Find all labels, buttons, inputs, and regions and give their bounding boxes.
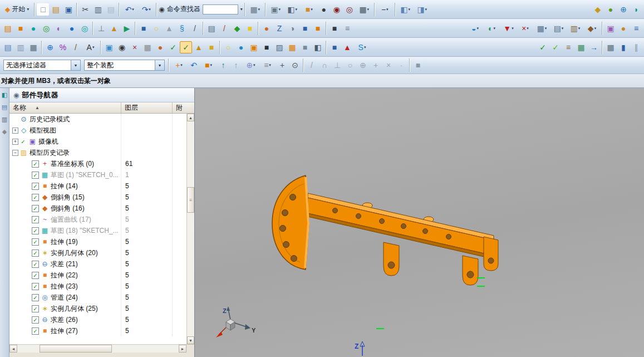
layer-move-button[interactable]: ▦ [27,41,40,53]
human-button[interactable]: ▲ [193,41,205,53]
clip-section-button[interactable]: ∥ [630,41,642,53]
column-header-extra[interactable]: 附 [173,102,194,113]
tree-row[interactable]: ■ 拉伸 (27) 5 [9,325,194,336]
shaded-view-button[interactable]: ● [318,3,330,16]
snap-center-button[interactable]: ⊕ [357,59,369,71]
horizontal-scroll-track[interactable] [17,345,179,353]
model-part[interactable] [272,175,498,285]
true-shading-button[interactable]: ● [235,41,247,53]
column-header-name[interactable]: 名称 ▲ [9,102,121,113]
vertical-scroll-track[interactable]: ≡ [187,121,194,336]
tree-row[interactable]: ■ 拉伸 (14) 5 [9,180,194,192]
macro-button[interactable]: ● [617,22,630,35]
reuse-library-icon[interactable]: ◆ [1,128,9,136]
tree-row[interactable]: ■ 拉伸 (22) 5 [9,270,194,281]
up-direction-button[interactable]: ↑ [230,59,242,71]
scroll-right-icon[interactable]: ► [179,345,186,353]
add-component-button[interactable]: ⊕ [617,3,630,16]
expander-icon[interactable] [24,317,31,323]
move-face-button[interactable]: ● [260,22,273,35]
expander-icon[interactable] [24,261,31,267]
tree-row[interactable]: ⊙ 历史记录模式 [9,114,194,125]
assembly-structure-button[interactable]: ▦ [356,3,372,16]
expander-icon[interactable] [24,306,31,312]
snap-perpendicular-button[interactable]: ⊥ [331,59,343,71]
text-style-button[interactable]: A [82,41,99,53]
visual-effects-button[interactable]: ● [604,3,617,16]
analysis-grid-button[interactable]: ▦ [575,41,587,53]
scroll-left-icon[interactable]: ◄ [9,345,17,353]
expander-icon[interactable] [24,283,31,290]
feature-checkbox[interactable] [32,194,39,201]
combo-arrow-icon[interactable]: ▼ [155,60,165,71]
previous-selection-button[interactable]: ↶ [188,59,200,71]
orientation-triad[interactable]: Z Y [216,306,256,338]
tree-row[interactable]: ■ 拉伸 (19) 5 [9,236,194,247]
scroll-down-icon[interactable]: ▼ [187,336,194,344]
snap-cross-button[interactable]: × [382,59,395,71]
revolve-button[interactable]: ● [66,22,78,35]
datum-plane-button[interactable]: ▤ [2,22,14,35]
expander-icon[interactable] [24,272,31,278]
feature-checkbox[interactable] [32,294,39,301]
rotate-handle-button[interactable]: ⊙ [289,59,301,71]
tree-row[interactable]: ■ 拉伸 (23) 5 [9,281,194,292]
expander-icon[interactable] [24,250,31,256]
constraint-navigator-icon[interactable]: ▤ [1,103,9,111]
delete-button[interactable]: × [517,22,533,35]
expander-icon[interactable]: − [12,150,18,156]
draft-button[interactable]: ▲ [108,22,120,35]
expander-icon[interactable]: + [12,139,18,145]
expander-icon[interactable] [24,295,31,301]
horizontal-scroll-thumb[interactable] [40,345,112,353]
trim-body-button[interactable]: ⊥ [95,22,107,35]
snap-endpoint-button[interactable]: / [306,59,318,71]
expression-button[interactable]: ≡ [630,22,642,35]
deviation-button[interactable]: → [588,41,600,53]
snap-circle-button[interactable]: ○ [344,59,356,71]
redo-button[interactable]: ↷ [138,3,154,16]
expander-icon[interactable] [24,228,31,234]
feature-checkbox[interactable] [32,216,39,223]
split-body-button[interactable]: ◑ [286,22,298,35]
erase-button[interactable]: × [129,41,141,53]
expander-icon[interactable] [24,206,31,212]
move-handle-button[interactable]: + [276,59,288,71]
sketch-task-button[interactable]: ✓ [180,41,192,53]
measure-button[interactable]: ■ [244,22,256,35]
new-file-button[interactable]: □ [37,3,49,16]
vertical-scrollbar[interactable]: ▲ ≡ ▼ [186,114,194,344]
open-file-button[interactable]: ▤ [50,3,62,16]
expander-icon[interactable]: + [12,128,18,134]
selection-options-button[interactable]: ≡ [259,59,276,71]
boundary-button[interactable]: ▮ [617,41,630,53]
expander-icon[interactable] [24,183,31,189]
scroll-up-icon[interactable]: ▲ [187,114,194,121]
feature-checkbox[interactable] [32,316,39,324]
tree-row[interactable]: ∗ 实例几何体 (20) 5 [9,247,194,258]
expander-icon[interactable] [24,328,31,334]
light-button[interactable]: ○ [222,41,234,53]
exploded-view-button[interactable]: ▦ [286,41,298,53]
graphics-viewport[interactable]: Z Y Z [195,88,644,357]
tree-row[interactable]: + ▣ 摄像机 [9,136,194,147]
pattern-button[interactable]: ▶ [121,22,133,35]
block-button[interactable]: ■ [137,22,150,35]
feature-checkbox[interactable] [32,183,39,190]
role-button[interactable]: ◒ [467,22,483,35]
expander-icon[interactable] [24,194,31,200]
half-section-button[interactable]: ◧ [312,41,324,53]
tree-row[interactable]: ⊖ 求差 (26) 5 [9,314,194,325]
cut-button[interactable]: ✂ [79,3,91,16]
emphasize-button[interactable]: ○ [150,22,163,35]
paste-button[interactable]: ▤ [105,3,117,16]
view-orient-button[interactable]: ◧ [284,3,301,16]
chart-button[interactable]: ▥ [567,22,583,35]
start-menu-button[interactable]: ◆ 开始 ▾ [2,3,32,15]
layer-category-button[interactable]: ▥ [14,41,27,53]
unite-button[interactable]: ■ [299,22,311,35]
section-button[interactable]: Z [273,22,286,35]
visualization-button[interactable]: ◐ [484,22,500,35]
sketch-curve-button[interactable]: / [218,22,230,35]
selection-scope-combo[interactable]: 整个装配 ▼ [84,60,165,71]
